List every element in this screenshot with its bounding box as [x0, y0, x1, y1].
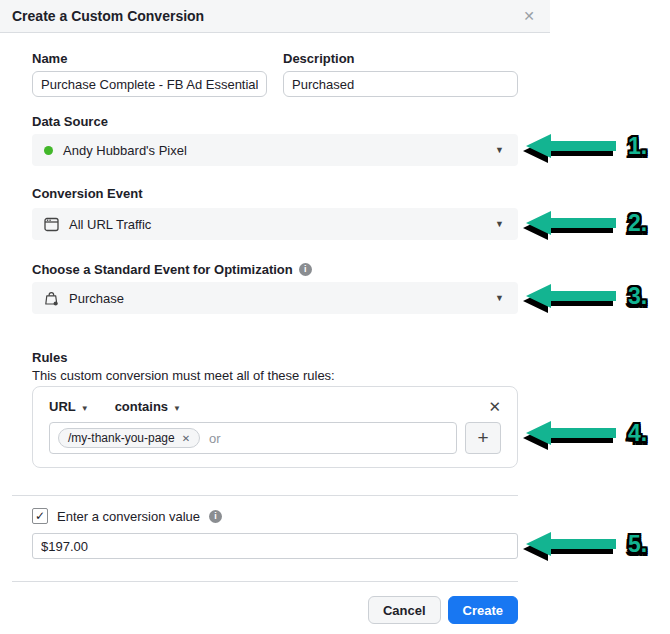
description-field-group: Description — [283, 51, 518, 97]
divider — [12, 495, 518, 496]
conversion-event-value: All URL Traffic — [69, 217, 151, 232]
conversion-value-label: Enter a conversion value — [57, 509, 200, 524]
description-label: Description — [283, 51, 518, 66]
rule-value-input[interactable]: /my-thank-you-page ✕ or — [49, 422, 457, 454]
annotation-2: 2. — [524, 208, 647, 238]
url-token-text: /my-thank-you-page — [68, 431, 175, 445]
annotation-number: 3. — [628, 285, 647, 308]
left-arrow-icon — [524, 208, 616, 238]
page: Create a Custom Conversion ✕ Name Descri… — [0, 0, 670, 634]
chevron-down-icon: ▼ — [173, 404, 181, 413]
remove-token-icon[interactable]: ✕ — [182, 433, 190, 444]
annotation-3: 3. — [524, 281, 647, 311]
close-icon[interactable]: ✕ — [523, 9, 535, 23]
name-field-group: Name — [32, 51, 267, 97]
standard-event-label-row: Choose a Standard Event for Optimization… — [32, 262, 518, 277]
left-arrow-icon — [524, 281, 616, 311]
rule-operator-dropdown[interactable]: contains▼ — [115, 399, 181, 414]
annotation-5: 5. — [524, 529, 647, 559]
rule-card: URL▼ contains▼ ✕ /my-thank-you-page ✕ or — [32, 386, 518, 468]
pixel-status-dot-icon — [44, 146, 53, 155]
standard-event-label: Choose a Standard Event for Optimization — [32, 262, 293, 277]
name-label: Name — [32, 51, 267, 66]
info-icon: i — [299, 263, 312, 276]
annotation-number: 4. — [628, 422, 647, 445]
rule-condition-row: URL▼ contains▼ ✕ — [49, 399, 501, 414]
check-icon: ✓ — [35, 509, 45, 523]
annotation-4: 4. — [524, 418, 647, 448]
create-button[interactable]: Create — [448, 596, 518, 624]
left-arrow-icon — [524, 418, 616, 448]
cancel-button[interactable]: Cancel — [368, 596, 441, 624]
annotation-number: 1. — [628, 135, 647, 158]
url-token: /my-thank-you-page ✕ — [58, 428, 200, 448]
name-input[interactable] — [32, 71, 267, 97]
create-custom-conversion-dialog: Create a Custom Conversion ✕ Name Descri… — [0, 0, 550, 634]
or-placeholder: or — [209, 431, 221, 446]
conversion-value-checkbox[interactable]: ✓ — [32, 508, 48, 524]
data-source-value: Andy Hubbard's Pixel — [63, 143, 187, 158]
info-icon: i — [209, 510, 222, 523]
left-arrow-icon — [524, 529, 616, 559]
conversion-value-input[interactable] — [32, 533, 518, 559]
data-source-label: Data Source — [32, 114, 518, 129]
conversion-value-row: ✓ Enter a conversion value i — [32, 508, 518, 524]
annotation-1: 1. — [524, 131, 647, 161]
chevron-down-icon: ▼ — [495, 220, 504, 229]
description-input[interactable] — [283, 71, 518, 97]
shopping-bag-icon — [44, 291, 59, 306]
rule-value-row: /my-thank-you-page ✕ or + — [49, 422, 501, 454]
annotation-number: 5. — [628, 533, 647, 556]
rule-field-dropdown[interactable]: URL▼ — [49, 399, 89, 414]
chevron-down-icon: ▼ — [495, 294, 504, 303]
add-rule-button[interactable]: + — [465, 422, 501, 454]
conversion-event-dropdown[interactable]: All URL Traffic ▼ — [32, 208, 518, 240]
data-source-dropdown[interactable]: Andy Hubbard's Pixel ▼ — [32, 134, 518, 166]
rules-label: Rules — [32, 350, 518, 365]
standard-event-dropdown[interactable]: Purchase ▼ — [32, 282, 518, 314]
dialog-body: Name Description Data Source Andy Hubbar… — [0, 33, 550, 634]
rules-subtitle: This custom conversion must meet all of … — [32, 368, 518, 383]
dialog-title: Create a Custom Conversion — [12, 8, 204, 24]
annotation-number: 2. — [628, 212, 647, 235]
chevron-down-icon: ▼ — [81, 404, 89, 413]
left-arrow-icon — [524, 131, 616, 161]
browser-window-icon — [44, 217, 59, 232]
name-description-row: Name Description — [32, 51, 518, 97]
dialog-header: Create a Custom Conversion ✕ — [0, 0, 550, 33]
remove-rule-icon[interactable]: ✕ — [488, 399, 501, 414]
conversion-event-label: Conversion Event — [32, 186, 518, 201]
chevron-down-icon: ▼ — [495, 146, 504, 155]
standard-event-value: Purchase — [69, 291, 124, 306]
dialog-footer: Cancel Create — [32, 582, 518, 624]
